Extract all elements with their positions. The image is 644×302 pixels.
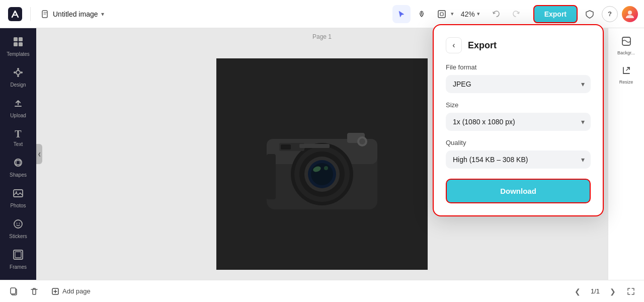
right-panel: Backgr... Resize: [608, 28, 644, 280]
svg-rect-7: [14, 42, 18, 46]
frames-icon: [13, 249, 24, 263]
size-section: Size 1x (1080 x 1080 px) 2x (2160 x 2160…: [446, 101, 591, 131]
sidebar-item-photos[interactable]: Photos: [2, 184, 34, 212]
shield-icon: [585, 10, 594, 19]
zoom-level: 42%: [461, 10, 475, 18]
file-chevron-icon: ▾: [101, 11, 104, 18]
export-button[interactable]: Export: [533, 5, 578, 23]
quality-select[interactable]: High (154 KB – 308 KB) Medium (80 KB – 1…: [446, 150, 591, 169]
svg-point-18: [14, 220, 22, 228]
svg-point-30: [311, 163, 333, 185]
size-wrapper: 1x (1080 x 1080 px) 2x (2160 x 2160 px) …: [446, 113, 591, 131]
sidebar: Templates Design Upload: [0, 28, 36, 280]
design-icon: [13, 67, 24, 81]
export-panel: ‹ Export File format JPEG PNG PDF SVG ▾ …: [433, 28, 604, 216]
duplicate-page-button[interactable]: [6, 283, 22, 299]
avatar[interactable]: [622, 6, 638, 22]
main-layout: Templates Design Upload: [0, 28, 644, 280]
page-indicator: 1/1: [589, 287, 602, 295]
svg-point-37: [359, 138, 365, 144]
sidebar-stickers-label: Stickers: [9, 234, 27, 239]
toolbar-tools: ▾ 42% ▾: [392, 5, 525, 23]
duplicate-icon: [10, 287, 19, 296]
sidebar-item-text[interactable]: T Text: [2, 124, 34, 151]
sidebar-item-stickers[interactable]: Stickers: [2, 214, 34, 243]
select-icon: [397, 10, 406, 19]
svg-point-4: [628, 11, 632, 15]
sidebar-item-frames[interactable]: Frames: [2, 245, 34, 274]
topbar-divider: [30, 7, 31, 21]
select-tool-button[interactable]: [392, 5, 411, 23]
export-back-button[interactable]: ‹: [446, 37, 462, 53]
resize-panel-item[interactable]: Resize: [610, 61, 642, 89]
quality-wrapper: High (154 KB – 308 KB) Medium (80 KB – 1…: [446, 150, 591, 169]
upload-icon: [13, 98, 24, 111]
size-select[interactable]: 1x (1080 x 1080 px) 2x (2160 x 2160 px) …: [446, 113, 591, 131]
svg-point-9: [16, 70, 20, 74]
sidebar-collapse-handle[interactable]: ❮: [36, 144, 42, 164]
frame-icon: [437, 9, 447, 19]
prev-icon: ❮: [575, 287, 581, 295]
background-icon: [621, 36, 631, 49]
redo-button[interactable]: [507, 5, 525, 23]
photos-icon: [13, 188, 24, 201]
sidebar-item-shapes[interactable]: Shapes: [2, 153, 34, 182]
sidebar-photos-label: Photos: [10, 203, 26, 208]
sidebar-item-templates[interactable]: Templates: [2, 32, 34, 61]
svg-rect-0: [8, 7, 22, 21]
hand-tool-button[interactable]: [413, 5, 431, 23]
shapes-icon: [13, 157, 24, 171]
next-icon: ❯: [610, 287, 616, 295]
sidebar-text-label: Text: [14, 141, 23, 147]
sidebar-item-upload[interactable]: Upload: [2, 94, 34, 122]
svg-point-32: [324, 166, 328, 170]
collapse-icon: ❮: [38, 152, 41, 157]
sidebar-item-design[interactable]: Design: [2, 63, 34, 92]
svg-rect-6: [19, 37, 23, 41]
redo-icon: [512, 10, 521, 19]
next-page-button[interactable]: ❯: [606, 284, 620, 298]
help-button[interactable]: ?: [602, 6, 618, 22]
svg-rect-16: [14, 190, 23, 197]
export-title: Export: [468, 40, 497, 51]
file-format-wrapper: JPEG PNG PDF SVG ▾: [446, 75, 591, 93]
export-panel-header: ‹ Export: [446, 37, 591, 53]
add-page-icon: [51, 287, 59, 295]
avatar-icon: [625, 9, 635, 19]
file-format-label: File format: [446, 63, 591, 71]
expand-button[interactable]: [624, 284, 638, 298]
svg-point-10: [17, 68, 19, 70]
trash-icon: [30, 287, 39, 296]
bottom-bar: Add page ❮ 1/1 ❯: [0, 280, 644, 302]
svg-point-20: [19, 223, 20, 224]
svg-rect-35: [281, 144, 291, 149]
svg-rect-42: [11, 288, 16, 294]
undo-icon: [492, 10, 501, 19]
add-page-button[interactable]: Add page: [46, 284, 96, 298]
file-menu[interactable]: Untitled image ▾: [37, 8, 108, 21]
sidebar-upload-label: Upload: [10, 113, 26, 118]
svg-rect-15: [16, 161, 20, 165]
size-label: Size: [446, 101, 591, 109]
zoom-control[interactable]: 42% ▾: [456, 8, 485, 20]
sidebar-design-label: Design: [10, 82, 26, 88]
svg-rect-8: [19, 42, 23, 46]
frame-tool-button[interactable]: [433, 5, 451, 23]
shield-button[interactable]: [582, 6, 598, 22]
svg-point-11: [17, 75, 19, 77]
prev-page-button[interactable]: ❮: [571, 284, 585, 298]
svg-point-14: [15, 159, 22, 166]
trash-button[interactable]: [26, 283, 42, 299]
svg-point-19: [17, 223, 18, 224]
resize-icon: [621, 65, 631, 78]
add-page-label: Add page: [62, 287, 91, 295]
svg-point-13: [21, 71, 23, 73]
download-button[interactable]: Download: [446, 179, 591, 203]
frame-chevron-icon: ▾: [451, 11, 454, 17]
svg-rect-39: [267, 154, 276, 199]
undo-button[interactable]: [487, 5, 505, 23]
file-format-select[interactable]: JPEG PNG PDF SVG: [446, 75, 591, 93]
back-icon: ‹: [452, 41, 455, 50]
app-logo[interactable]: [6, 5, 24, 23]
background-panel-item[interactable]: Backgr...: [610, 32, 642, 59]
